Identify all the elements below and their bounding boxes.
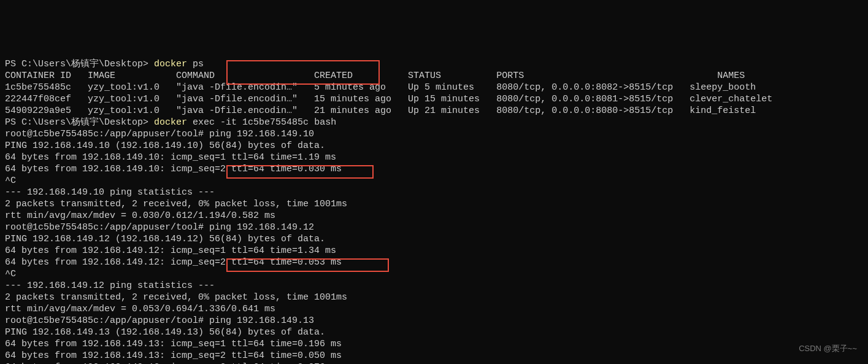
terminal-output[interactable]: PS C:\Users\杨镇宇\Desktop> docker ps CONTA… <box>0 47 868 364</box>
bash-line: ^C <box>5 176 16 186</box>
bash-line: --- 192.168.149.10 ping statistics --- <box>5 187 215 198</box>
bash-line: --- 192.168.149.12 ping statistics --- <box>5 281 215 291</box>
cmd-arg: ps <box>193 59 204 69</box>
bash-line: ^C <box>5 269 16 279</box>
bash-line: 64 bytes from 192.168.149.10: icmp_seq=2… <box>5 164 342 174</box>
bash-line: 64 bytes from 192.168.149.12: icmp_seq=1… <box>5 246 336 256</box>
bash-line: 2 packets transmitted, 2 received, 0% pa… <box>5 199 347 209</box>
bash-line: 2 packets transmitted, 2 received, 0% pa… <box>5 292 347 303</box>
ps-prompt: PS C:\Users\杨镇宇\Desktop> <box>5 59 154 69</box>
cmd-docker: docker <box>154 59 193 69</box>
bash-line: PING 192.168.149.12 (192.168.149.12) 56(… <box>5 234 325 244</box>
bash-line: root@1c5be755485c:/app/appuser/tool# pin… <box>5 316 314 326</box>
bash-line: 64 bytes from 192.168.149.12: icmp_seq=2… <box>5 257 342 268</box>
cmd-flag: -it <box>220 117 242 128</box>
bash-line: 64 bytes from 192.168.149.10: icmp_seq=1… <box>5 152 336 163</box>
bash-line: root@1c5be755485c:/app/appuser/tool# pin… <box>5 222 314 233</box>
bash-line: PING 192.168.149.10 (192.168.149.10) 56(… <box>5 141 325 151</box>
cmd-arg: exec <box>193 117 220 128</box>
bash-line: 64 bytes from 192.168.149.13: icmp_seq=1… <box>5 339 342 349</box>
docker-ps-header: CONTAINER ID IMAGE COMMAND CREATED STATU… <box>5 71 745 81</box>
docker-ps-row: 1c5be755485c yzy_tool:v1.0 "java -Dfile.… <box>5 82 756 93</box>
docker-ps-row: 222447f08cef yzy_tool:v1.0 "java -Dfile.… <box>5 94 772 104</box>
bash-line: root@1c5be755485c:/app/appuser/tool# pin… <box>5 129 314 139</box>
bash-line: 64 bytes from 192.168.149.13: icmp_seq=2… <box>5 350 342 361</box>
docker-ps-row: 54909229a9e5 yzy_tool:v1.0 "java -Dfile.… <box>5 106 756 116</box>
bash-line: PING 192.168.149.13 (192.168.149.13) 56(… <box>5 327 325 338</box>
bash-line: rtt min/avg/max/mdev = 0.053/0.694/1.336… <box>5 304 275 314</box>
bash-line: rtt min/avg/max/mdev = 0.030/0.612/1.194… <box>5 211 275 221</box>
cmd-arg: 1c5be755485c <box>242 117 314 128</box>
watermark: CSDN @栗子~~ <box>799 343 857 354</box>
cmd-arg: bash <box>314 117 336 128</box>
ps-prompt: PS C:\Users\杨镇宇\Desktop> <box>5 117 154 128</box>
cmd-docker: docker <box>154 117 193 128</box>
